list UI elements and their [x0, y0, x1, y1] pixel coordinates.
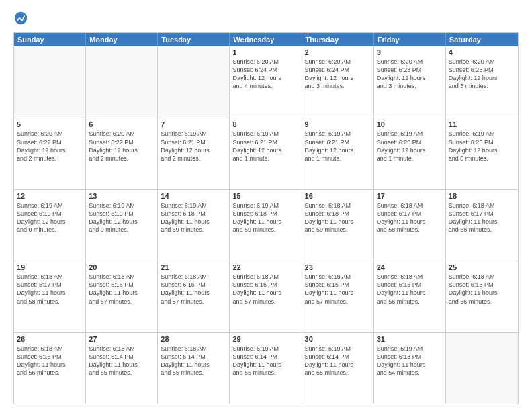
- day-number: 27: [89, 335, 154, 343]
- day-number: 2: [305, 48, 371, 56]
- day-number: 17: [377, 192, 443, 200]
- calendar-cell: 12Sunrise: 6:19 AMSunset: 6:19 PMDayligh…: [14, 190, 86, 261]
- calendar-cell: 16Sunrise: 6:18 AMSunset: 6:18 PMDayligh…: [302, 190, 374, 261]
- cell-info: Sunrise: 6:18 AMSunset: 6:15 PMDaylight:…: [449, 273, 515, 306]
- weekday-header: Saturday: [446, 33, 518, 46]
- day-number: 24: [377, 263, 443, 271]
- day-number: 21: [161, 263, 226, 271]
- cell-info: Sunrise: 6:18 AMSunset: 6:18 PMDaylight:…: [305, 201, 371, 234]
- calendar-header: SundayMondayTuesdayWednesdayThursdayFrid…: [14, 33, 518, 46]
- calendar-cell: [446, 333, 518, 404]
- calendar-body: 1Sunrise: 6:20 AMSunset: 6:24 PMDaylight…: [14, 46, 518, 404]
- calendar-cell: 8Sunrise: 6:19 AMSunset: 6:21 PMDaylight…: [230, 118, 302, 189]
- day-number: 11: [449, 120, 515, 128]
- day-number: 25: [449, 263, 515, 271]
- cell-info: Sunrise: 6:18 AMSunset: 6:15 PMDaylight:…: [17, 345, 83, 377]
- calendar-cell: 14Sunrise: 6:19 AMSunset: 6:18 PMDayligh…: [158, 190, 230, 261]
- cell-info: Sunrise: 6:18 AMSunset: 6:14 PMDaylight:…: [161, 345, 226, 377]
- cell-info: Sunrise: 6:20 AMSunset: 6:24 PMDaylight:…: [305, 58, 371, 91]
- page-header: [13, 11, 519, 26]
- cell-info: Sunrise: 6:20 AMSunset: 6:23 PMDaylight:…: [449, 58, 515, 91]
- day-number: 6: [89, 120, 154, 128]
- cell-info: Sunrise: 6:18 AMSunset: 6:17 PMDaylight:…: [17, 273, 83, 306]
- weekday-header: Friday: [374, 33, 446, 46]
- day-number: 9: [305, 120, 371, 128]
- cell-info: Sunrise: 6:18 AMSunset: 6:15 PMDaylight:…: [377, 273, 443, 306]
- cell-info: Sunrise: 6:18 AMSunset: 6:17 PMDaylight:…: [377, 201, 443, 234]
- calendar-cell: 7Sunrise: 6:19 AMSunset: 6:21 PMDaylight…: [158, 118, 230, 189]
- day-number: 26: [17, 335, 83, 343]
- weekday-header: Wednesday: [230, 33, 302, 46]
- calendar-cell: 27Sunrise: 6:18 AMSunset: 6:14 PMDayligh…: [86, 333, 158, 404]
- cell-info: Sunrise: 6:19 AMSunset: 6:21 PMDaylight:…: [232, 130, 298, 163]
- cell-info: Sunrise: 6:18 AMSunset: 6:16 PMDaylight:…: [89, 273, 154, 306]
- cell-info: Sunrise: 6:19 AMSunset: 6:18 PMDaylight:…: [161, 201, 226, 234]
- weekday-header: Monday: [86, 33, 158, 46]
- calendar-cell: 29Sunrise: 6:19 AMSunset: 6:14 PMDayligh…: [230, 333, 302, 404]
- cell-info: Sunrise: 6:19 AMSunset: 6:20 PMDaylight:…: [377, 130, 443, 163]
- calendar-row: 26Sunrise: 6:18 AMSunset: 6:15 PMDayligh…: [14, 332, 518, 404]
- cell-info: Sunrise: 6:19 AMSunset: 6:20 PMDaylight:…: [449, 130, 515, 163]
- cell-info: Sunrise: 6:19 AMSunset: 6:14 PMDaylight:…: [232, 345, 298, 377]
- cell-info: Sunrise: 6:18 AMSunset: 6:16 PMDaylight:…: [161, 273, 226, 306]
- calendar-cell: 22Sunrise: 6:18 AMSunset: 6:16 PMDayligh…: [230, 261, 302, 332]
- cell-info: Sunrise: 6:19 AMSunset: 6:19 PMDaylight:…: [89, 201, 154, 234]
- day-number: 13: [89, 192, 154, 200]
- day-number: 28: [161, 335, 226, 343]
- calendar-cell: 2Sunrise: 6:20 AMSunset: 6:24 PMDaylight…: [302, 46, 374, 118]
- logo: [13, 11, 31, 26]
- day-number: 20: [89, 263, 154, 271]
- day-number: 14: [161, 192, 226, 200]
- calendar-cell: 20Sunrise: 6:18 AMSunset: 6:16 PMDayligh…: [86, 261, 158, 332]
- calendar-cell: 23Sunrise: 6:18 AMSunset: 6:15 PMDayligh…: [302, 261, 374, 332]
- calendar-cell: 19Sunrise: 6:18 AMSunset: 6:17 PMDayligh…: [14, 261, 86, 332]
- calendar-row: 19Sunrise: 6:18 AMSunset: 6:17 PMDayligh…: [14, 261, 518, 332]
- calendar-cell: 31Sunrise: 6:19 AMSunset: 6:13 PMDayligh…: [374, 333, 446, 404]
- day-number: 12: [17, 192, 83, 200]
- calendar-cell: [14, 46, 86, 118]
- cell-info: Sunrise: 6:18 AMSunset: 6:16 PMDaylight:…: [232, 273, 298, 306]
- calendar-cell: 3Sunrise: 6:20 AMSunset: 6:23 PMDaylight…: [374, 46, 446, 118]
- calendar-cell: 13Sunrise: 6:19 AMSunset: 6:19 PMDayligh…: [86, 190, 158, 261]
- day-number: 15: [232, 192, 298, 200]
- day-number: 31: [377, 335, 443, 343]
- day-number: 10: [377, 120, 443, 128]
- cell-info: Sunrise: 6:20 AMSunset: 6:24 PMDaylight:…: [232, 58, 298, 91]
- cell-info: Sunrise: 6:19 AMSunset: 6:21 PMDaylight:…: [161, 130, 226, 163]
- calendar-cell: 28Sunrise: 6:18 AMSunset: 6:14 PMDayligh…: [158, 333, 230, 404]
- day-number: 5: [17, 120, 83, 128]
- logo-icon: [13, 11, 28, 26]
- day-number: 19: [17, 263, 83, 271]
- calendar-cell: 15Sunrise: 6:19 AMSunset: 6:18 PMDayligh…: [230, 190, 302, 261]
- calendar-cell: [158, 46, 230, 118]
- calendar-cell: 6Sunrise: 6:20 AMSunset: 6:22 PMDaylight…: [86, 118, 158, 189]
- day-number: 1: [232, 48, 298, 56]
- day-number: 18: [449, 192, 515, 200]
- day-number: 29: [232, 335, 298, 343]
- cell-info: Sunrise: 6:19 AMSunset: 6:19 PMDaylight:…: [17, 201, 83, 234]
- calendar-cell: [86, 46, 158, 118]
- calendar-row: 12Sunrise: 6:19 AMSunset: 6:19 PMDayligh…: [14, 189, 518, 261]
- cell-info: Sunrise: 6:19 AMSunset: 6:13 PMDaylight:…: [377, 345, 443, 377]
- cell-info: Sunrise: 6:18 AMSunset: 6:15 PMDaylight:…: [305, 273, 371, 306]
- calendar-cell: 5Sunrise: 6:20 AMSunset: 6:22 PMDaylight…: [14, 118, 86, 189]
- calendar-cell: 18Sunrise: 6:18 AMSunset: 6:17 PMDayligh…: [446, 190, 518, 261]
- calendar: SundayMondayTuesdayWednesdayThursdayFrid…: [13, 32, 519, 404]
- calendar-cell: 30Sunrise: 6:19 AMSunset: 6:14 PMDayligh…: [302, 333, 374, 404]
- day-number: 4: [449, 48, 515, 56]
- cell-info: Sunrise: 6:19 AMSunset: 6:18 PMDaylight:…: [232, 201, 298, 234]
- calendar-row: 1Sunrise: 6:20 AMSunset: 6:24 PMDaylight…: [14, 46, 518, 118]
- cell-info: Sunrise: 6:20 AMSunset: 6:22 PMDaylight:…: [89, 130, 154, 163]
- day-number: 30: [305, 335, 371, 343]
- calendar-cell: 21Sunrise: 6:18 AMSunset: 6:16 PMDayligh…: [158, 261, 230, 332]
- calendar-cell: 4Sunrise: 6:20 AMSunset: 6:23 PMDaylight…: [446, 46, 518, 118]
- day-number: 23: [305, 263, 371, 271]
- calendar-row: 5Sunrise: 6:20 AMSunset: 6:22 PMDaylight…: [14, 118, 518, 189]
- day-number: 8: [232, 120, 298, 128]
- weekday-header: Thursday: [302, 33, 374, 46]
- day-number: 7: [161, 120, 226, 128]
- calendar-cell: 1Sunrise: 6:20 AMSunset: 6:24 PMDaylight…: [230, 46, 302, 118]
- cell-info: Sunrise: 6:18 AMSunset: 6:17 PMDaylight:…: [449, 201, 515, 234]
- calendar-cell: 26Sunrise: 6:18 AMSunset: 6:15 PMDayligh…: [14, 333, 86, 404]
- cell-info: Sunrise: 6:20 AMSunset: 6:22 PMDaylight:…: [17, 130, 83, 163]
